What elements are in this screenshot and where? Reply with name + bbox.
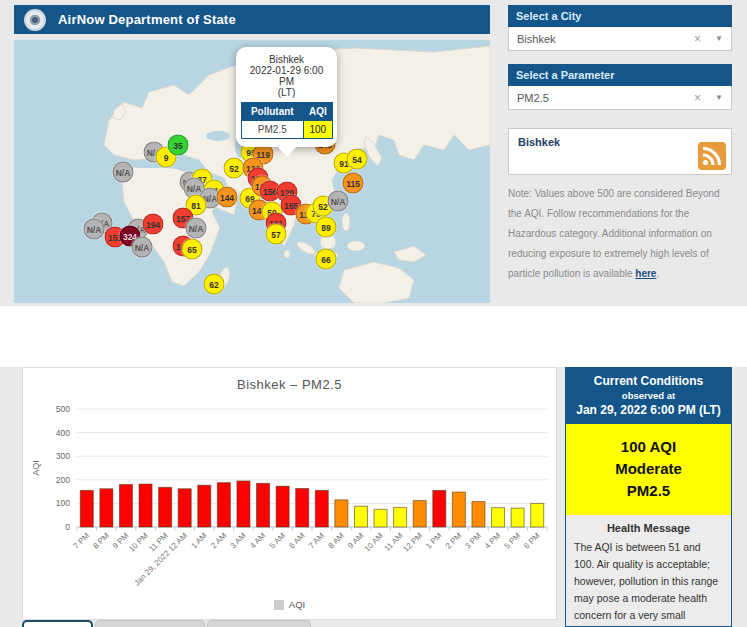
map-marker[interactable]: N/A bbox=[84, 219, 105, 240]
chart-bar[interactable] bbox=[276, 486, 289, 527]
clear-parameter-icon[interactable]: × bbox=[694, 91, 701, 105]
x-axis-tick-label: 2 PM bbox=[444, 531, 464, 551]
map-marker[interactable]: 62 bbox=[204, 274, 225, 295]
chart-bar[interactable] bbox=[472, 502, 485, 527]
x-axis-tick-label: 12 PM bbox=[401, 531, 424, 554]
chart-bar[interactable] bbox=[178, 489, 191, 527]
popup-pointer bbox=[278, 147, 296, 157]
map-marker[interactable]: 57 bbox=[266, 224, 287, 245]
map-marker[interactable]: N/A bbox=[132, 237, 153, 258]
clear-city-icon[interactable]: × bbox=[694, 32, 701, 46]
chart-bar[interactable] bbox=[80, 490, 93, 527]
x-axis-tick-label: 2 AM bbox=[209, 531, 228, 550]
chart-bar[interactable] bbox=[139, 484, 152, 527]
popup-pollutant-value: PM2.5 bbox=[242, 121, 304, 139]
chart-bar[interactable] bbox=[354, 506, 367, 527]
parameter-select[interactable]: PM2.5 × ▼ bbox=[508, 86, 732, 110]
map-marker[interactable]: 65 bbox=[182, 239, 203, 260]
aqi-note: Note: Values above 500 are considered Be… bbox=[508, 184, 734, 284]
aqi-bar-chart: Bishkek – PM2.5 01002003004005007 PM8 PM… bbox=[22, 367, 557, 620]
y-axis-tick-label: 200 bbox=[56, 475, 70, 485]
y-axis-tick-label: 500 bbox=[56, 404, 70, 414]
tab-bar: AQI Concentration Historical bbox=[22, 620, 311, 627]
map-marker[interactable]: N/A bbox=[113, 162, 134, 183]
legend-swatch bbox=[274, 600, 284, 610]
city-select-value: Bishkek bbox=[517, 33, 694, 45]
y-axis-tick-label: 100 bbox=[56, 498, 70, 508]
chart-bar[interactable] bbox=[296, 489, 309, 527]
tab-aqi[interactable]: AQI bbox=[22, 620, 93, 627]
chart-bar[interactable] bbox=[198, 485, 211, 527]
x-axis-tick-label: 5 AM bbox=[268, 531, 287, 550]
chevron-down-icon[interactable]: ▼ bbox=[715, 93, 723, 102]
chart-plot: 01002003004005007 PM8 PM9 PM10 PM11 PMJa… bbox=[23, 394, 556, 619]
tab-concentration[interactable]: Concentration bbox=[95, 620, 205, 627]
chart-bar[interactable] bbox=[159, 487, 172, 527]
map-marker[interactable]: 66 bbox=[316, 249, 337, 270]
chart-bar[interactable] bbox=[217, 483, 230, 527]
city-select[interactable]: Bishkek × ▼ bbox=[508, 27, 732, 51]
state-department-seal-icon bbox=[24, 9, 46, 31]
chart-bar[interactable] bbox=[492, 508, 505, 527]
page-title: AirNow Department of State bbox=[58, 12, 236, 27]
world-aqi-map[interactable]: N/A935N/A52N/A87N/A81N/A1446981157N/AN/A… bbox=[14, 40, 490, 303]
conditions-aqi-block: 100 AQI Moderate PM2.5 bbox=[566, 424, 731, 515]
x-axis-tick-label: 10 PM bbox=[127, 531, 150, 554]
x-axis-tick-label: 1 AM bbox=[189, 531, 208, 550]
conditions-aqi-category: Moderate bbox=[570, 458, 727, 480]
x-axis-tick-label: 8 AM bbox=[327, 531, 346, 550]
health-message-block: Health Message The AQI is between 51 and… bbox=[566, 515, 731, 627]
map-marker[interactable]: N/A bbox=[186, 218, 207, 239]
x-axis-tick-label: 7 AM bbox=[307, 531, 326, 550]
conditions-title: Current Conditions bbox=[570, 374, 727, 388]
chart-bar[interactable] bbox=[452, 492, 465, 527]
chart-bar[interactable] bbox=[413, 501, 426, 527]
y-axis-title: AQI bbox=[31, 460, 41, 476]
popup-table: Pollutant AQI PM2.5 100 bbox=[241, 102, 333, 139]
chart-bar[interactable] bbox=[374, 509, 387, 527]
x-axis-tick-label: 4 AM bbox=[248, 531, 267, 550]
popup-col-aqi: AQI bbox=[303, 103, 332, 121]
chart-bar[interactable] bbox=[531, 503, 544, 527]
map-marker[interactable]: 35 bbox=[168, 135, 189, 156]
x-axis-tick-label: 11 AM bbox=[383, 531, 405, 553]
note-here-link[interactable]: here bbox=[635, 268, 656, 279]
chart-bar[interactable] bbox=[335, 500, 348, 527]
map-marker[interactable]: 115 bbox=[343, 173, 364, 194]
chart-bar[interactable] bbox=[100, 489, 113, 527]
chevron-down-icon[interactable]: ▼ bbox=[715, 34, 723, 43]
rss-feed-box: Bishkek bbox=[508, 128, 732, 175]
chart-bar[interactable] bbox=[315, 490, 328, 527]
app-header: AirNow Department of State bbox=[14, 5, 490, 34]
x-axis-tick-label: 4 PM bbox=[483, 531, 503, 551]
chart-bar[interactable] bbox=[237, 481, 250, 527]
x-axis-tick-label: 3 PM bbox=[463, 531, 483, 551]
map-marker[interactable]: 54 bbox=[347, 149, 368, 170]
map-marker[interactable]: 144 bbox=[217, 187, 238, 208]
legend-label: AQI bbox=[289, 599, 305, 610]
map-marker[interactable]: 89 bbox=[316, 217, 337, 238]
chart-legend[interactable]: AQI bbox=[23, 599, 556, 610]
chart-bar[interactable] bbox=[433, 490, 446, 527]
x-axis-tick-label: 5 PM bbox=[502, 531, 522, 551]
rss-icon[interactable] bbox=[698, 142, 726, 170]
chart-bar[interactable] bbox=[511, 508, 524, 527]
city-select-group: Select a City Bishkek × ▼ bbox=[508, 5, 732, 51]
health-message-text: The AQI is between 51 and 100. Air quali… bbox=[574, 539, 723, 627]
map-marker[interactable]: 52 bbox=[224, 158, 245, 179]
x-axis-tick-label: 10 AM bbox=[363, 531, 386, 554]
map-marker[interactable]: N/A bbox=[328, 191, 349, 212]
parameter-select-group: Select a Parameter PM2.5 × ▼ bbox=[508, 64, 732, 110]
y-axis-tick-label: 400 bbox=[56, 428, 70, 438]
tabs-band: AQI Concentration Historical Learn more … bbox=[0, 306, 747, 367]
chart-bar[interactable] bbox=[257, 483, 270, 527]
health-message-title: Health Message bbox=[574, 522, 723, 534]
note-period: . bbox=[656, 268, 659, 279]
chart-bar[interactable] bbox=[394, 507, 407, 527]
map-marker[interactable]: 194 bbox=[143, 214, 164, 235]
x-axis-tick-label: 8 PM bbox=[91, 531, 111, 551]
tab-historical[interactable]: Historical bbox=[207, 620, 311, 627]
popup-aqi-value: 100 bbox=[303, 121, 332, 139]
chart-bar[interactable] bbox=[119, 485, 132, 527]
map-popup: Bishkek 2022-01-29 6:00 PM (LT) Pollutan… bbox=[236, 47, 337, 147]
